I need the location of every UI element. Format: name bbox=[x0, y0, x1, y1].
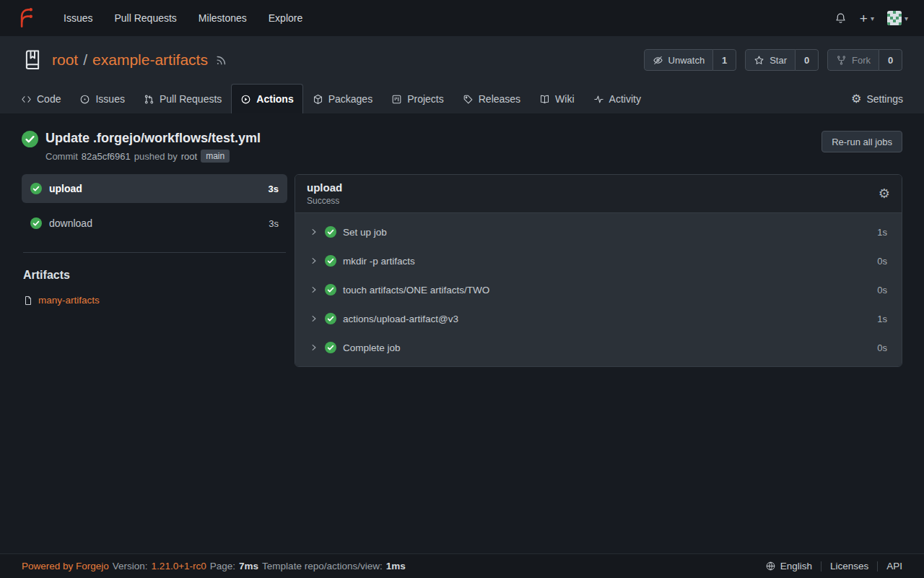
tab-wiki[interactable]: Wiki bbox=[530, 84, 583, 113]
run-commit-meta: Commit 82a5cf6961 pushed by root main bbox=[45, 150, 261, 163]
issue-opened-icon bbox=[79, 94, 90, 105]
footer-meta: Powered by Forgejo Version: 1.21.0+1-rc0… bbox=[22, 561, 406, 571]
nav-item-issues[interactable]: Issues bbox=[55, 7, 101, 30]
template-time-label: Template repo/actions/view: bbox=[262, 561, 383, 571]
tab-releases[interactable]: Releases bbox=[453, 84, 530, 113]
star-button[interactable]: Star bbox=[745, 49, 796, 71]
pushed-by-label: pushed by bbox=[134, 151, 178, 162]
tab-packages[interactable]: Packages bbox=[303, 84, 382, 113]
tab-settings[interactable]: ⚙ Settings bbox=[842, 84, 912, 113]
activity-pulse-icon bbox=[593, 94, 604, 105]
notifications-button[interactable] bbox=[834, 12, 847, 25]
user-menu[interactable]: ▾ bbox=[887, 11, 908, 25]
step-row-set-up-job[interactable]: Set up job 1s bbox=[295, 217, 902, 246]
nav-item-explore[interactable]: Explore bbox=[260, 7, 311, 30]
tag-icon bbox=[463, 94, 474, 105]
eye-off-icon bbox=[653, 55, 663, 66]
success-check-icon bbox=[325, 342, 336, 353]
repo-owner-link[interactable]: root bbox=[52, 51, 78, 69]
commit-sha-link[interactable]: 82a5cf6961 bbox=[82, 151, 131, 162]
tab-label: Wiki bbox=[555, 93, 574, 105]
watch-button-group: Unwatch 1 bbox=[644, 49, 737, 71]
step-duration: 1s bbox=[877, 314, 887, 324]
chevron-right-icon bbox=[310, 228, 318, 236]
commit-author-link[interactable]: root bbox=[181, 151, 197, 162]
tab-label: Releases bbox=[479, 93, 520, 105]
unwatch-button[interactable]: Unwatch bbox=[644, 49, 714, 71]
watchers-count[interactable]: 1 bbox=[713, 49, 736, 71]
step-name: actions/upload-artifact@v3 bbox=[343, 314, 458, 324]
tab-label: Projects bbox=[407, 93, 444, 105]
forks-count[interactable]: 0 bbox=[879, 49, 902, 71]
artifact-link-many-artifacts[interactable]: many-artifacts bbox=[23, 295, 287, 306]
repo-icon bbox=[22, 49, 43, 71]
job-duration: 3s bbox=[269, 184, 279, 194]
nav-item-milestones[interactable]: Milestones bbox=[190, 7, 256, 30]
tab-projects[interactable]: Projects bbox=[382, 84, 453, 113]
step-name: Set up job bbox=[343, 227, 387, 238]
forgejo-logo[interactable] bbox=[16, 8, 36, 28]
package-icon bbox=[313, 94, 323, 105]
job-steps-list: Set up job 1s mkdir -p artifacts 0s bbox=[295, 213, 902, 366]
success-check-icon bbox=[325, 284, 336, 296]
job-item-download[interactable]: download 3s bbox=[22, 209, 287, 238]
footer-links: English Licenses API bbox=[757, 561, 902, 571]
repo-name-link[interactable]: example-artifacts bbox=[92, 51, 208, 69]
language-selector[interactable]: English bbox=[757, 561, 821, 571]
language-label: English bbox=[780, 561, 812, 571]
star-button-group: Star 0 bbox=[745, 49, 819, 71]
rerun-all-jobs-button[interactable]: Re-run all jobs bbox=[821, 131, 902, 152]
divider bbox=[23, 252, 286, 253]
play-circle-icon bbox=[240, 94, 251, 105]
run-title: Update .forgejo/workflows/test.yml bbox=[45, 131, 261, 146]
tab-activity[interactable]: Activity bbox=[584, 84, 650, 113]
version-link[interactable]: 1.21.0+1-rc0 bbox=[152, 561, 206, 571]
file-icon bbox=[23, 296, 33, 306]
step-row-mkdir[interactable]: mkdir -p artifacts 0s bbox=[295, 246, 902, 275]
job-item-upload[interactable]: upload 3s bbox=[22, 174, 287, 203]
tab-label: Packages bbox=[328, 93, 372, 105]
chevron-down-icon: ▾ bbox=[905, 14, 908, 22]
job-detail-panel: upload Success ⚙ Set up job 1s bbox=[295, 174, 902, 367]
create-new-menu[interactable]: + ▾ bbox=[860, 12, 874, 25]
branch-badge[interactable]: main bbox=[201, 150, 230, 163]
step-row-touch-artifacts[interactable]: touch artifacts/ONE artifacts/TWO 0s bbox=[295, 275, 902, 304]
fork-icon bbox=[836, 55, 847, 66]
job-name: upload bbox=[49, 183, 82, 194]
rss-feed-button[interactable] bbox=[215, 54, 227, 66]
step-row-complete-job[interactable]: Complete job 0s bbox=[295, 333, 902, 362]
licenses-link[interactable]: Licenses bbox=[821, 561, 877, 571]
plus-icon: + bbox=[860, 12, 868, 25]
fork-button[interactable]: Fork bbox=[827, 49, 879, 71]
stars-count[interactable]: 0 bbox=[796, 49, 819, 71]
pull-request-icon bbox=[144, 94, 154, 105]
job-duration: 3s bbox=[269, 218, 279, 229]
artifact-name: many-artifacts bbox=[38, 295, 100, 306]
tab-label: Pull Requests bbox=[160, 93, 222, 105]
powered-by-link[interactable]: Powered by Forgejo bbox=[22, 561, 109, 571]
tab-label: Actions bbox=[256, 93, 293, 105]
gear-icon[interactable]: ⚙ bbox=[879, 186, 890, 202]
chevron-right-icon bbox=[310, 285, 318, 294]
star-label: Star bbox=[770, 55, 787, 66]
job-status-text: Success bbox=[307, 196, 342, 206]
book-icon bbox=[539, 94, 550, 105]
tab-issues[interactable]: Issues bbox=[70, 84, 134, 113]
tab-actions[interactable]: Actions bbox=[231, 84, 302, 113]
api-link[interactable]: API bbox=[878, 561, 902, 571]
step-name: touch artifacts/ONE artifacts/TWO bbox=[343, 285, 489, 296]
tab-label: Activity bbox=[609, 93, 641, 105]
nav-item-pull-requests[interactable]: Pull Requests bbox=[105, 7, 185, 30]
tab-code[interactable]: Code bbox=[12, 84, 70, 113]
success-check-icon bbox=[325, 255, 336, 267]
chevron-down-icon: ▾ bbox=[871, 14, 874, 22]
job-detail-title: upload bbox=[307, 181, 342, 194]
fork-button-group: Fork 0 bbox=[827, 49, 902, 71]
repo-tabs: Code Issues Pull Requests bbox=[0, 84, 924, 113]
tab-pull-requests[interactable]: Pull Requests bbox=[134, 84, 231, 113]
step-name: mkdir -p artifacts bbox=[343, 256, 415, 267]
step-row-upload-artifact[interactable]: actions/upload-artifact@v3 1s bbox=[295, 304, 902, 333]
actions-run-view: Update .forgejo/workflows/test.yml Commi… bbox=[0, 113, 924, 553]
breadcrumb-separator: / bbox=[83, 51, 87, 69]
chevron-right-icon bbox=[310, 343, 318, 352]
